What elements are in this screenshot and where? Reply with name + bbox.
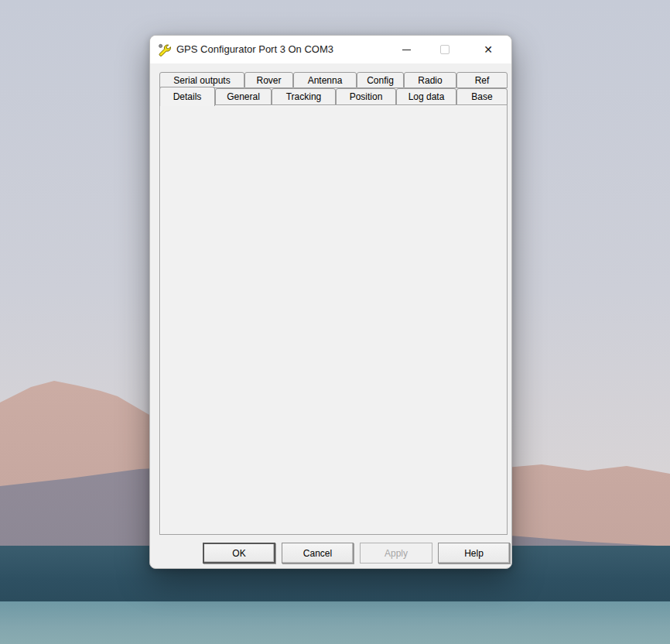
tab-base[interactable]: Base <box>456 88 508 105</box>
tab-position[interactable]: Position <box>336 88 396 105</box>
tab-antenna[interactable]: Antenna <box>293 72 357 88</box>
window-title: GPS Configurator Port 3 On COM3 <box>176 43 333 55</box>
tab-config[interactable]: Config <box>357 72 404 88</box>
minimize-icon <box>402 50 411 50</box>
apply-button[interactable]: Apply <box>360 543 432 564</box>
close-icon: ✕ <box>484 44 493 55</box>
close-button[interactable]: ✕ <box>470 36 506 63</box>
gps-configurator-window: GPS Configurator Port 3 On COM3 ✕ Serial… <box>149 35 512 569</box>
details-tab-page <box>159 104 508 535</box>
desktop-wallpaper-water-reflection <box>0 601 670 644</box>
tab-radio[interactable]: Radio <box>404 72 456 88</box>
tab-log-data[interactable]: Log data <box>396 88 456 105</box>
ok-button[interactable]: OK <box>203 543 275 564</box>
maximize-icon <box>440 45 450 54</box>
tab-rover[interactable]: Rover <box>244 72 293 88</box>
tab-general[interactable]: General <box>215 88 272 105</box>
help-button[interactable]: Help <box>438 543 510 564</box>
maximize-button[interactable] <box>427 36 463 63</box>
titlebar[interactable]: GPS Configurator Port 3 On COM3 ✕ <box>150 36 511 63</box>
tab-details[interactable]: Details <box>159 87 215 106</box>
cancel-button[interactable]: Cancel <box>282 543 354 564</box>
minimize-button[interactable] <box>388 36 424 63</box>
tab-tracking[interactable]: Tracking <box>272 88 336 105</box>
tab-serial-outputs[interactable]: Serial outputs <box>159 72 244 88</box>
app-icon <box>158 43 171 57</box>
tab-ref[interactable]: Ref <box>456 72 508 88</box>
